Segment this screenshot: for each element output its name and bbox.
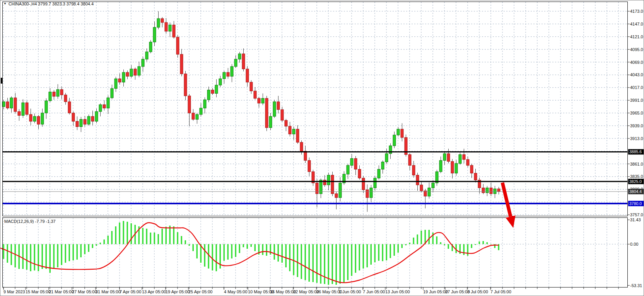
price-axis-label: 3861.0	[630, 162, 643, 166]
candle-down	[447, 154, 450, 161]
candle-up	[397, 129, 400, 135]
macd-bar	[409, 243, 411, 244]
candle-up	[87, 116, 90, 124]
candle-down	[6, 102, 9, 108]
candle-down	[103, 105, 106, 108]
candle-down	[474, 173, 477, 180]
candle-down	[246, 69, 249, 82]
macd-bar	[208, 244, 210, 269]
macd-bar	[181, 236, 183, 244]
candle-up	[49, 92, 51, 101]
candle-up	[157, 19, 160, 27]
candle-up	[292, 129, 295, 134]
macd-bar	[88, 244, 90, 252]
candle-up	[215, 85, 218, 93]
candle-up	[153, 27, 156, 42]
candle-up	[238, 54, 241, 59]
macd-bar	[77, 244, 78, 260]
candle-up	[261, 98, 264, 103]
macd-bar	[142, 228, 144, 244]
price-axis-label: 4069.0	[630, 60, 643, 65]
candle-down	[192, 113, 195, 119]
candle-down	[470, 165, 473, 173]
time-axis-label: 4 May 05:00	[224, 289, 248, 294]
macd-bar	[84, 244, 86, 254]
macd-bar	[22, 244, 24, 269]
candle-down	[466, 159, 469, 165]
macd-bar	[50, 244, 51, 273]
time-axis-label: 9 Mar 2023	[3, 289, 25, 294]
candle-down	[490, 188, 492, 193]
macd-bar	[212, 244, 214, 270]
candle-up	[231, 67, 233, 76]
macd-bar	[305, 244, 306, 280]
macd-bar	[436, 236, 438, 244]
time-axis-label: 3 Jul 05:00	[467, 289, 488, 294]
macd-bar	[394, 244, 395, 256]
macd-bar	[73, 244, 74, 260]
macd-bar	[3, 244, 5, 259]
candle-down	[134, 69, 137, 75]
time-axis-label: 19 Apr 05:00	[166, 289, 190, 294]
price-axis-label: 4147.0	[630, 22, 643, 26]
macd-bar	[359, 244, 360, 270]
candle-down	[68, 102, 71, 113]
macd-bar	[96, 244, 97, 246]
macd-bar	[398, 244, 399, 253]
price-axis-label: 4017.0	[630, 85, 643, 90]
macd-bar	[119, 222, 121, 244]
macd-bar	[204, 244, 206, 267]
macd-bar	[127, 222, 128, 244]
candle-down	[126, 72, 129, 76]
candle-up	[439, 161, 442, 172]
candle-down	[188, 96, 191, 113]
chart-canvas[interactable]: 4173.04147.04121.04095.04069.04043.04017…	[0, 0, 644, 296]
candle-up	[45, 101, 48, 113]
price-axis-label: 4121.0	[630, 34, 643, 39]
macd-bar	[309, 244, 310, 282]
candle-down	[296, 129, 299, 142]
candle-down	[53, 92, 55, 96]
macd-bar	[131, 223, 132, 244]
macd-bar	[42, 244, 43, 269]
macd-axis-label: -53.31	[630, 283, 642, 288]
macd-bar	[320, 244, 322, 284]
macd-bar	[34, 244, 36, 270]
macd-bar	[301, 244, 302, 279]
candle-up	[486, 188, 489, 193]
candle-up	[2, 102, 5, 107]
candle-up	[114, 79, 117, 89]
candle-down	[84, 119, 86, 124]
candle-down	[277, 102, 280, 110]
symbol-dropdown-icon[interactable]: ▼	[3, 2, 7, 6]
macd-bar	[193, 244, 194, 251]
macd-bar	[293, 244, 295, 275]
chart-background	[0, 0, 644, 296]
macd-bar	[444, 244, 446, 245]
macd-bar	[100, 243, 101, 244]
candle-down	[304, 151, 307, 161]
candle-up	[33, 116, 36, 121]
candle-down	[408, 154, 411, 165]
candle-down	[26, 103, 28, 114]
candle-up	[219, 79, 222, 85]
macd-bar	[189, 244, 190, 246]
candle-up	[455, 163, 458, 173]
chart-title: CHINA300-,H4 3799.7 3823.3 3798.4 3804.4	[9, 2, 94, 6]
candle-down	[14, 98, 17, 111]
macd-bar	[65, 244, 67, 263]
macd-axis-label: 0.00	[630, 242, 638, 246]
candle-down	[60, 89, 63, 95]
candle-up	[107, 98, 109, 108]
macd-bar	[475, 244, 477, 245]
macd-bar	[262, 244, 264, 255]
macd-bar	[386, 244, 388, 260]
macd-bar	[11, 244, 12, 265]
macd-bar	[355, 244, 357, 273]
price-axis-label: 3965.0	[630, 111, 643, 115]
macd-bar	[313, 244, 314, 282]
candle-down	[289, 126, 291, 134]
candle-up	[200, 108, 202, 114]
time-axis-label: 22 May 05:00	[293, 289, 319, 294]
candle-down	[412, 165, 415, 175]
